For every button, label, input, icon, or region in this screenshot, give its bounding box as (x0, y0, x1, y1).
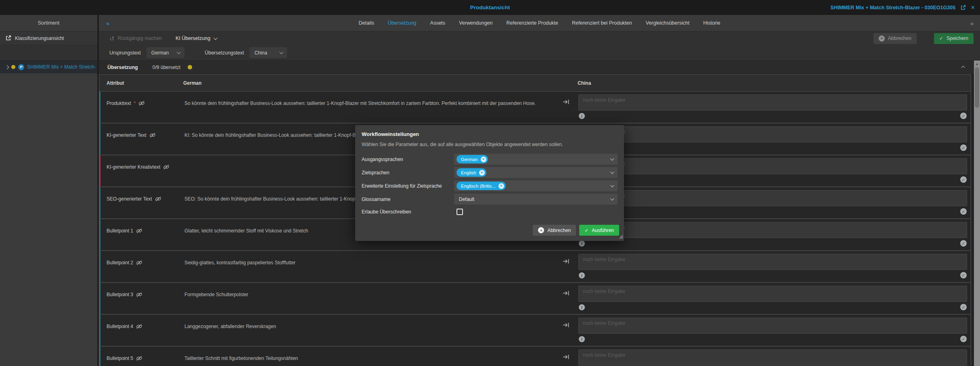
info-icon[interactable]: i (579, 113, 585, 119)
translation-textarea[interactable]: noch keine Eingabe (578, 349, 967, 366)
undo-icon: ↺ (109, 36, 115, 42)
tab-referenziert-bei-produkten[interactable]: Referenziert bei Produkten (572, 20, 632, 26)
info-icon[interactable]: i (579, 272, 585, 278)
modal-field-row: Glossarname Default (362, 192, 618, 206)
chevron-down-icon (610, 170, 614, 174)
source-language-label: Ursprungstext (109, 50, 141, 56)
attribute-cell: Bulletpoint 5 (107, 356, 142, 361)
status-dot-yellow (188, 65, 192, 69)
copy-to-translation-button[interactable] (563, 354, 570, 360)
sidebar-header: Sortiment (0, 15, 97, 31)
translation-textarea[interactable]: noch keine Eingabe (578, 254, 967, 270)
modal-field-row: Erweiterte Einstellung für Zielsprache E… (362, 179, 618, 192)
collapse-section-icon[interactable] (961, 66, 965, 70)
classification-view-button[interactable]: Klassifizierungsansicht (0, 31, 97, 45)
info-icon[interactable]: i (579, 336, 585, 342)
tab-vergleichs-bersicht[interactable]: Vergleichsübersicht (646, 20, 689, 26)
confirm-translation-button[interactable]: ✓ (960, 240, 967, 247)
copy-to-translation-button[interactable] (563, 291, 570, 296)
textarea-placeholder: noch keine Eingabe (583, 352, 625, 358)
confirm-translation-button[interactable]: ✓ (960, 272, 967, 278)
modal-title: Workfloweinstellungen (362, 131, 618, 137)
confirm-translation-button[interactable]: ✓ (960, 336, 967, 342)
info-icon[interactable]: i (579, 304, 585, 310)
source-text: Formgebende Schulterpolster (184, 292, 558, 297)
translation-cell: noch keine Eingabe i ✓ (578, 94, 967, 119)
modal-field-label: Erweiterte Einstellung für Zielsprache (362, 183, 454, 189)
modal-select-erweiterte-einstellung-f-r-zielsprache[interactable]: Englisch (Britis... ✕ (454, 180, 618, 191)
undo-button[interactable]: ↺ Rückgängig machen (109, 36, 162, 42)
copy-to-translation-button[interactable] (563, 259, 570, 264)
modal-resize-handle[interactable] (619, 234, 623, 240)
modal-subtitle: Wählen Sie die Parameter aus, die auf al… (362, 142, 618, 147)
save-button[interactable]: ✓ Speichern (934, 33, 974, 44)
product-reference: SHIMMER Mix + Match Stretch-Blazer - 030… (831, 5, 955, 10)
modal-select-zielsprachen[interactable]: English ✕ (454, 167, 618, 178)
tab-assets[interactable]: Assets (430, 20, 446, 26)
modal-execute-button[interactable]: ✓ Ausführen (579, 225, 619, 236)
modal-field-row: Erlaube Überschreiben (362, 206, 618, 218)
translation-textarea[interactable]: noch keine Eingabe (578, 222, 967, 238)
window-title-bar: Produktansicht SHIMMER Mix + Match Stret… (0, 0, 980, 15)
close-window-icon[interactable]: ✕ (971, 4, 975, 10)
translation-textarea[interactable]: noch keine Eingabe (578, 94, 967, 111)
source-text: Seidig-glattes, kontrastfarbig paspelier… (184, 260, 558, 266)
source-text: So könnte dein frühlingshafter Business-… (184, 100, 558, 106)
target-language-select[interactable]: China (249, 47, 287, 58)
translation-textarea[interactable]: noch keine Eingabe (578, 158, 967, 174)
vertical-scrollbar[interactable]: ▲ (974, 61, 980, 366)
table-row: Produkttext * So könnte dein frühlingsha… (99, 92, 971, 123)
source-language-select[interactable]: German (147, 47, 184, 58)
ki-translation-menu[interactable]: KI Übersetzung (176, 36, 216, 41)
check-icon: ✓ (939, 36, 943, 41)
chevron-down-icon (610, 183, 614, 187)
tab-bersetzung[interactable]: Übersetzung (388, 20, 417, 26)
unlink-icon (136, 356, 142, 361)
scrollbar-up-arrow[interactable]: ▲ (974, 61, 980, 67)
confirm-translation-button[interactable]: ✓ (960, 304, 967, 310)
textarea-placeholder: noch keine Eingabe (583, 97, 625, 103)
textarea-placeholder: noch keine Eingabe (583, 257, 625, 262)
remove-chip-icon[interactable]: ✕ (479, 170, 485, 176)
table-row: Bulletpoint 5 Taillierter Schnitt mit fi… (99, 347, 971, 366)
collapse-panel-left-icon[interactable]: « (106, 20, 109, 26)
cancel-button[interactable]: ✕ Abbrechen (873, 33, 917, 44)
attribute-label: Bulletpoint 5 (107, 356, 133, 361)
tab-historie[interactable]: Historie (703, 20, 720, 26)
remove-chip-icon[interactable]: ✕ (481, 157, 486, 162)
confirm-translation-button[interactable]: ✓ (960, 176, 967, 183)
tree-item-product[interactable]: P SHIMMER Mix + Match Stretch- (0, 61, 97, 73)
open-external-icon[interactable] (960, 5, 966, 10)
toolbar: ↺ Rückgängig machen KI Übersetzung ✕ Abb… (99, 31, 980, 45)
modal-select-glossarname[interactable]: Default (454, 194, 618, 205)
translation-textarea[interactable]: noch keine Eingabe (578, 190, 967, 206)
section-title: Übersetzung (107, 65, 138, 70)
modal-field-label: Zielsprachen (362, 170, 454, 176)
collapse-panel-right-icon[interactable]: « (970, 20, 974, 26)
tree-expand-chevron[interactable] (5, 65, 9, 69)
confirm-translation-button[interactable]: ✓ (960, 144, 967, 151)
info-icon[interactable]: i (579, 241, 585, 247)
confirm-translation-button[interactable]: ✓ (960, 113, 967, 119)
chevron-down-icon (610, 197, 614, 201)
modal-cancel-button[interactable]: ✕ Abbrechen (533, 225, 576, 236)
attribute-cell: KI-generierter Text (107, 132, 156, 138)
translation-textarea[interactable]: noch keine Eingabe (578, 318, 967, 334)
remove-chip-icon[interactable]: ✕ (498, 183, 504, 189)
modal-select-ausgangssprachen[interactable]: German ✕ (454, 154, 618, 165)
tab-verwendungen[interactable]: Verwendungen (459, 20, 492, 26)
confirm-translation-button[interactable]: ✓ (960, 208, 967, 215)
checkbox-erlaube-berschreiben[interactable] (456, 209, 463, 215)
unlink-icon (138, 100, 145, 106)
copy-to-translation-button[interactable] (563, 322, 570, 328)
translation-textarea[interactable]: noch keine Eingabe (578, 286, 967, 302)
required-asterisk: * (134, 100, 136, 106)
tab-referenzierte-produkte[interactable]: Referenzierte Produkte (506, 20, 558, 26)
classification-view-icon (5, 35, 11, 41)
tab-details[interactable]: Details (358, 20, 374, 26)
translation-textarea[interactable]: noch keine Eingabe (578, 126, 967, 142)
scrollbar-thumb[interactable] (975, 67, 979, 108)
copy-to-translation-button[interactable] (563, 99, 570, 105)
product-type-badge: P (18, 64, 24, 70)
translation-cell: noch keine Eingabe i ✓ (578, 158, 967, 183)
